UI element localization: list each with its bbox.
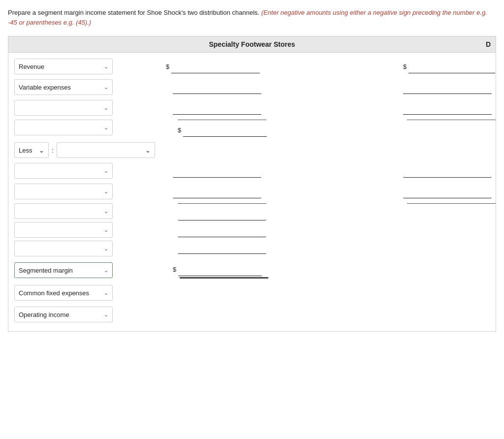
row3-input-right[interactable] bbox=[403, 101, 492, 115]
row9-mid-input[interactable] bbox=[178, 223, 266, 237]
segmented-margin-select-label: Segmented margin bbox=[19, 267, 73, 274]
cm-input[interactable] bbox=[183, 123, 267, 137]
operating-income-select[interactable]: Operating income ⌄ bbox=[14, 307, 113, 322]
row9-chevron-icon: ⌄ bbox=[104, 227, 108, 233]
less-label-chevron-icon: ⌄ bbox=[145, 147, 151, 154]
row6-right-col bbox=[393, 164, 492, 178]
income-statement-table: Specialty Footwear Stores D Revenue ⌄ $ … bbox=[8, 36, 496, 332]
row3-chevron-icon: ⌄ bbox=[104, 105, 108, 111]
divider-line-right bbox=[407, 120, 496, 120]
row7-chevron-icon: ⌄ bbox=[104, 188, 108, 195]
row7-right-col bbox=[393, 185, 492, 198]
row3-right-col bbox=[393, 101, 492, 115]
variable-expenses-input-right[interactable] bbox=[403, 80, 492, 94]
divider-cm-row: ⌄ $ bbox=[8, 120, 496, 137]
divider-spacer: ⌄ bbox=[14, 120, 141, 137]
row3-middle-col bbox=[136, 101, 393, 115]
table-body: Revenue ⌄ $ $ Variable expenses ⌄ bbox=[8, 53, 496, 331]
revenue-select[interactable]: Revenue ⌄ bbox=[14, 59, 113, 74]
variable-expenses-middle-col bbox=[136, 80, 393, 94]
row9-select[interactable]: ⌄ bbox=[14, 222, 113, 238]
common-fixed-chevron-icon: ⌄ bbox=[104, 290, 108, 296]
row6-input-right[interactable] bbox=[403, 164, 492, 178]
variable-expenses-label-col: Variable expenses ⌄ bbox=[8, 79, 136, 95]
row3-input-left[interactable] bbox=[173, 101, 261, 115]
row8-chevron-icon: ⌄ bbox=[104, 208, 108, 215]
row7-label-col: ⌄ bbox=[8, 184, 136, 199]
less-label-select[interactable]: ⌄ bbox=[57, 142, 155, 158]
divider-fixed-right bbox=[407, 203, 496, 204]
variable-expenses-row: Variable expenses ⌄ bbox=[8, 78, 496, 96]
segmented-margin-label-col: Segmented margin ⌄ bbox=[8, 262, 136, 278]
row6-input-left[interactable] bbox=[173, 164, 261, 178]
cm-right-block bbox=[397, 120, 496, 137]
row6: ⌄ bbox=[8, 162, 496, 180]
row6-chevron-icon: ⌄ bbox=[104, 168, 108, 174]
row4-select[interactable]: ⌄ bbox=[14, 120, 113, 135]
fixed-label-area: ⌄ ⌄ ⌄ bbox=[14, 203, 141, 259]
segmented-margin-input[interactable] bbox=[178, 262, 262, 276]
instructions-main: Prepare a segment margin income statemen… bbox=[8, 9, 259, 16]
row7: ⌄ bbox=[8, 183, 496, 200]
variable-expenses-select[interactable]: Variable expenses ⌄ bbox=[14, 79, 113, 95]
revenue-label-col: Revenue ⌄ bbox=[8, 59, 136, 74]
less-select[interactable]: Less ⌄ bbox=[14, 142, 49, 158]
fixed-mid-block bbox=[141, 203, 397, 257]
row10-select[interactable]: ⌄ bbox=[14, 241, 113, 256]
row8-mid-input[interactable] bbox=[178, 207, 266, 220]
segmented-margin-row: Segmented margin ⌄ $ bbox=[8, 262, 496, 280]
revenue-select-label: Revenue bbox=[19, 63, 44, 70]
segmented-dollar-sign: $ bbox=[173, 266, 176, 273]
row7-select[interactable]: ⌄ bbox=[14, 184, 113, 199]
revenue-chevron-icon: ⌄ bbox=[104, 63, 108, 70]
revenue-dollar-sign: $ bbox=[166, 63, 169, 70]
row10-chevron-icon: ⌄ bbox=[104, 246, 108, 252]
variable-expenses-input-left[interactable] bbox=[173, 80, 261, 94]
less-select-label: Less bbox=[19, 147, 32, 154]
cm-input-block: $ bbox=[141, 120, 397, 137]
common-fixed-expenses-row: Common fixed expenses ⌄ bbox=[8, 284, 496, 302]
revenue-dollar-sign-right: $ bbox=[403, 63, 407, 70]
row7-input-left[interactable] bbox=[173, 185, 261, 198]
colon-separator: : bbox=[52, 147, 54, 154]
fixed-right-block bbox=[397, 203, 496, 207]
row10-mid-input[interactable] bbox=[178, 240, 266, 254]
variable-expenses-select-label: Variable expenses bbox=[19, 84, 71, 91]
less-row: Less ⌄ : ⌄ bbox=[8, 141, 496, 159]
revenue-input-left[interactable] bbox=[171, 60, 260, 73]
variable-expenses-right-col bbox=[393, 80, 492, 94]
operating-income-select-label: Operating income bbox=[19, 311, 69, 318]
variable-expenses-chevron-icon: ⌄ bbox=[104, 84, 108, 91]
cm-dollar-sign: $ bbox=[178, 126, 181, 134]
operating-income-chevron-icon: ⌄ bbox=[104, 312, 108, 318]
revenue-middle-col: $ bbox=[136, 60, 393, 73]
header-center-label: Specialty Footwear Stores bbox=[209, 40, 295, 48]
revenue-input-right[interactable] bbox=[409, 60, 495, 73]
common-fixed-select[interactable]: Common fixed expenses ⌄ bbox=[14, 285, 113, 301]
segmented-dollar-row: $ bbox=[173, 262, 262, 276]
divider-fixed-mid bbox=[178, 203, 266, 204]
row4-chevron-icon: ⌄ bbox=[104, 125, 108, 131]
row7-middle-col bbox=[136, 185, 393, 198]
row7-input-right[interactable] bbox=[403, 185, 492, 198]
segmented-margin-select[interactable]: Segmented margin ⌄ bbox=[14, 262, 113, 278]
cm-dollar-row: $ bbox=[178, 123, 397, 137]
row3-select[interactable]: ⌄ bbox=[14, 100, 113, 116]
row6-select[interactable]: ⌄ bbox=[14, 163, 113, 179]
row6-middle-col bbox=[136, 164, 393, 178]
header-right-label: D bbox=[486, 36, 496, 52]
table-header: Specialty Footwear Stores D bbox=[8, 36, 496, 53]
segmented-margin-middle: $ bbox=[136, 262, 496, 279]
instructions-block: Prepare a segment margin income statemen… bbox=[8, 8, 496, 27]
row3-label-col: ⌄ bbox=[8, 100, 136, 116]
common-fixed-label-col: Common fixed expenses ⌄ bbox=[8, 285, 136, 301]
row8-select[interactable]: ⌄ bbox=[14, 203, 113, 219]
row6-label-col: ⌄ bbox=[8, 163, 136, 179]
revenue-row: Revenue ⌄ $ $ bbox=[8, 58, 496, 75]
divider-line-left bbox=[178, 120, 266, 120]
segmented-margin-chevron-icon: ⌄ bbox=[104, 267, 108, 274]
operating-income-row: Operating income ⌄ bbox=[8, 306, 496, 323]
common-fixed-select-label: Common fixed expenses bbox=[19, 289, 89, 297]
fixed-section: ⌄ ⌄ ⌄ bbox=[8, 203, 496, 259]
less-chevron-icon: ⌄ bbox=[39, 147, 44, 154]
